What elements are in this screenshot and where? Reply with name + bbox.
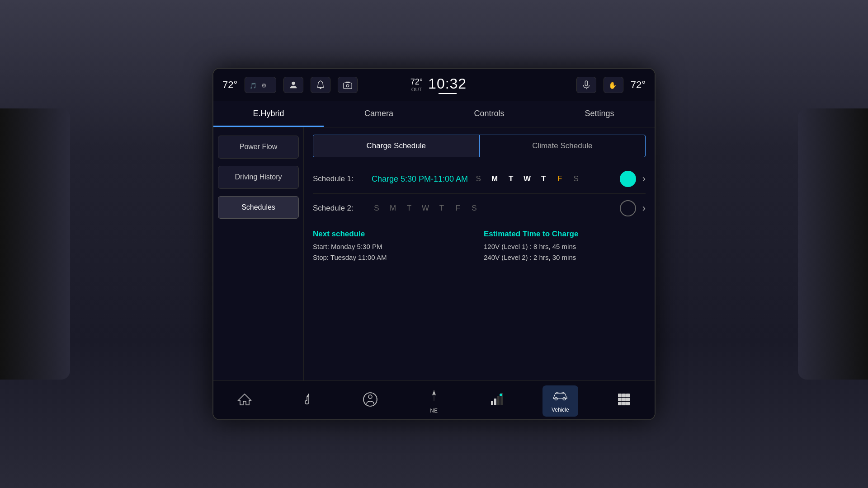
svg-rect-26 [622, 394, 626, 397]
charge-schedule-btn[interactable]: Charge Schedule [313, 135, 480, 157]
svg-rect-29 [622, 398, 626, 401]
svg-point-3 [320, 87, 321, 89]
nav-vehicle[interactable]: Vehicle [542, 385, 578, 417]
tab-camera[interactable]: Camera [324, 101, 434, 127]
svg-rect-17 [491, 401, 493, 405]
tab-controls[interactable]: Controls [434, 101, 544, 127]
nav-grid[interactable] [608, 389, 640, 413]
camera-box[interactable] [338, 77, 358, 93]
temp-right: 72° [631, 79, 646, 91]
schedule-1-days: S M T W T F S [473, 174, 581, 183]
nav-music[interactable] [291, 389, 323, 413]
estimated-time-title: Estimated Time to Charge [484, 230, 646, 239]
day-sa2: S [469, 204, 479, 213]
day-th1: T [538, 174, 548, 183]
svg-rect-32 [622, 402, 626, 405]
outside-temp-val: 72° [410, 77, 423, 87]
compass-icon [427, 388, 441, 406]
schedule-2-item: Schedule 2: S M T W T F S › [313, 194, 646, 223]
next-schedule-stop: Stop: Tuesday 11:00 AM [313, 252, 475, 263]
bell-icon [316, 80, 326, 90]
schedule-1-chevron[interactable]: › [642, 173, 646, 185]
schedule-2-days: S M T W T F S [372, 204, 479, 213]
day-w2: W [420, 204, 430, 213]
status-right: ✋ 72° [467, 77, 646, 93]
schedule-1-item: Schedule 1: Charge 5:30 PM-11:00 AM S M … [313, 164, 646, 194]
svg-rect-18 [494, 399, 496, 405]
svg-marker-10 [238, 394, 251, 405]
vehicle-icon [552, 389, 568, 405]
music-controls-box[interactable]: 🎵 ⚙ [245, 77, 276, 93]
camera-icon [343, 80, 353, 90]
svg-marker-6 [345, 81, 350, 83]
settings-icon: ⚙ [261, 80, 271, 90]
day-f2: F [453, 204, 463, 213]
next-schedule: Next schedule Start: Monday 5:30 PM Stop… [313, 230, 475, 263]
mic-icon [581, 80, 591, 90]
car-frame: 72° 🎵 ⚙ [0, 0, 868, 488]
svg-point-13 [368, 395, 372, 399]
climate-schedule-btn[interactable]: Climate Schedule [480, 135, 646, 157]
screen-container: 72° 🎵 ⚙ [212, 68, 656, 420]
svg-rect-25 [618, 394, 622, 397]
vehicle-label: Vehicle [552, 407, 569, 413]
svg-rect-30 [626, 398, 630, 401]
vent-right [798, 108, 868, 380]
day-m2: M [388, 204, 398, 213]
estimated-level1: 120V (Level 1) : 8 hrs, 45 mins [484, 241, 646, 252]
home-icon [237, 392, 252, 410]
notification-box[interactable] [311, 77, 330, 93]
sidebar-item-power-flow[interactable]: Power Flow [218, 136, 299, 159]
day-f1: F [555, 174, 565, 183]
schedule-2-label: Schedule 2: [313, 204, 372, 213]
svg-rect-19 [497, 396, 500, 405]
mic-box[interactable] [576, 77, 596, 93]
hand-icon: ✋ [609, 80, 618, 90]
schedule-2-toggle[interactable] [620, 200, 636, 216]
profile-box[interactable] [283, 77, 303, 93]
next-schedule-start: Start: Monday 5:30 PM [313, 241, 475, 252]
status-center: 10:32 [428, 75, 467, 94]
status-bar: 72° 🎵 ⚙ [213, 69, 655, 101]
svg-rect-27 [626, 394, 630, 397]
nav-driver[interactable] [353, 388, 387, 414]
compass-label: NE [430, 408, 438, 414]
status-left: 72° 🎵 ⚙ [222, 77, 401, 93]
nav-compass[interactable]: NE [418, 385, 450, 418]
tab-ehybrid[interactable]: E.Hybrid [213, 101, 324, 127]
schedule-1-time: Charge 5:30 PM-11:00 AM [372, 174, 468, 184]
day-s2: S [372, 204, 382, 213]
schedule-toggle: Charge Schedule Climate Schedule [313, 135, 646, 157]
nav-home[interactable] [228, 389, 261, 413]
svg-text:✋: ✋ [609, 81, 617, 89]
hand-icon-box[interactable]: ✋ [604, 77, 623, 93]
grid-icon [617, 393, 631, 409]
center-group: 72° OUT 10:32 [401, 75, 467, 94]
svg-rect-7 [585, 80, 588, 85]
schedule-1-toggle[interactable] [620, 171, 636, 187]
svg-point-21 [500, 394, 502, 396]
nav-signal[interactable] [480, 389, 513, 413]
svg-rect-4 [344, 83, 352, 89]
schedule-1-label: Schedule 1: [313, 174, 372, 183]
temp-left: 72° [222, 79, 237, 91]
svg-rect-28 [618, 398, 622, 401]
sidebar-item-driving-history[interactable]: Driving History [218, 166, 299, 189]
svg-text:🎵: 🎵 [250, 82, 257, 89]
signal-icon [489, 392, 504, 410]
info-row: Next schedule Start: Monday 5:30 PM Stop… [313, 230, 646, 263]
svg-rect-31 [618, 402, 622, 405]
svg-point-2 [292, 81, 295, 84]
outside-temp: 72° OUT [410, 77, 423, 92]
outside-label: OUT [411, 87, 422, 92]
main-content: Power Flow Driving History Schedules Cha… [213, 127, 655, 380]
music-icon: 🎵 [250, 80, 259, 90]
estimated-level2: 240V (Level 2) : 2 hrs, 30 mins [484, 252, 646, 263]
day-sa1: S [571, 174, 581, 183]
tab-settings[interactable]: Settings [544, 101, 655, 127]
sidebar: Power Flow Driving History Schedules [213, 127, 304, 380]
schedule-2-chevron[interactable]: › [642, 202, 646, 214]
bottom-nav: NE [213, 380, 655, 420]
sidebar-item-schedules[interactable]: Schedules [218, 196, 299, 219]
vent-left [0, 108, 70, 380]
